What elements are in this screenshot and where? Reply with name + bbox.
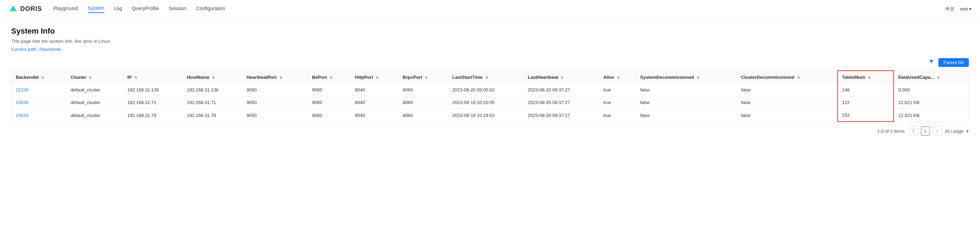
sort-icon-clusterdecommissioned: ⇅	[797, 76, 800, 80]
language-selector[interactable]: 中文	[945, 6, 955, 12]
pagination-info: 1-3 of 3 items	[877, 129, 905, 134]
sort-icon-cluster: ⇅	[89, 76, 92, 80]
cell-alive: true	[599, 109, 636, 122]
cell-cluster: default_cluster	[67, 109, 123, 122]
col-tabletnum[interactable]: TabletNum ⇅	[838, 71, 894, 84]
cell-datausedcapacity: 12.621 KB	[894, 109, 969, 122]
cell-clusterdecommissioned: false	[737, 109, 838, 122]
col-systemdecommissioned[interactable]: SystemDecommissioned ⇅	[636, 71, 737, 84]
cell-cluster: default_cluster	[67, 84, 123, 96]
nav-configuration[interactable]: Configuration	[196, 6, 225, 13]
cell-backendid[interactable]: 23029	[11, 109, 67, 122]
pagination-row: 1-3 of 3 items ‹ 1 › 30 / page ▾	[11, 122, 969, 137]
sort-icon-alive: ⇅	[617, 76, 620, 80]
per-page-dropdown-icon[interactable]: ▾	[966, 129, 969, 134]
cell-heartbeatport: 9050	[242, 109, 308, 122]
col-laststarttime[interactable]: LastStartTime ⇅	[448, 71, 523, 84]
sort-icon-lastheartbeat: ⇅	[561, 76, 563, 80]
logo: DORIS	[8, 4, 42, 14]
cell-lastheartbeat: 2023-08-20 09:37:27	[523, 109, 599, 122]
filter-icon	[929, 59, 934, 64]
table-row: 21228default_cluster192.168.31.136192.16…	[11, 84, 969, 96]
cell-alive: true	[599, 96, 636, 109]
prev-page-button[interactable]: ‹	[909, 126, 918, 136]
cell-laststarttime: 2023-08-20 09:05:02	[448, 84, 523, 96]
sort-icon-tabletnum: ⇅	[868, 76, 870, 80]
col-cluster[interactable]: Cluster ⇅	[67, 71, 123, 84]
sort-icon-brpcport: ⇅	[425, 76, 428, 80]
nav: Playground System Log QueryProfile Sessi…	[53, 5, 945, 13]
next-page-button[interactable]: ›	[933, 126, 942, 136]
cell-clusterdecommissioned: false	[737, 84, 838, 96]
table-row: 23030default_cluster192.168.31.71192.168…	[11, 96, 969, 109]
cell-datausedcapacity: 0.000	[894, 84, 969, 96]
cell-laststarttime: 2023-08-19 10:19:53	[448, 109, 523, 122]
per-page-label: 30 / page	[945, 129, 964, 134]
cell-hostname: 192.168.31.78	[183, 109, 242, 122]
parent-dir-button[interactable]: Parent Dir	[939, 58, 969, 67]
cell-laststarttime: 2023-08-19 10:20:05	[448, 96, 523, 109]
sort-icon-datausedcapacity: ⇅	[937, 76, 940, 80]
cell-tabletnum: 122	[838, 96, 894, 109]
cell-hostname: 192.168.31.136	[183, 84, 242, 96]
cell-backendid[interactable]: 23030	[11, 96, 67, 109]
cell-ip: 192.168.31.71	[123, 96, 183, 109]
sort-icon-ip: ⇅	[134, 76, 137, 80]
sort-icon-beport: ⇅	[329, 76, 332, 80]
cell-lastheartbeat: 2023-08-20 09:37:27	[523, 84, 599, 96]
header: DORIS Playground System Log QueryProfile…	[0, 0, 980, 18]
table-row: 23029default_cluster192.168.31.78192.168…	[11, 109, 969, 122]
cell-beport: 9060	[308, 96, 351, 109]
table-header-row: BackendId ⇅ Cluster ⇅ IP ⇅ HostName ⇅ He…	[11, 71, 969, 84]
current-path[interactable]: Current path: //backends	[11, 46, 969, 52]
col-brpcport[interactable]: BrpcPort ⇅	[398, 71, 448, 84]
sort-icon-laststarttime: ⇅	[485, 76, 488, 80]
cell-backendid[interactable]: 21228	[11, 84, 67, 96]
nav-session[interactable]: Session	[169, 6, 186, 13]
cell-lastheartbeat: 2023-08-20 09:37:27	[523, 96, 599, 109]
cell-alive: true	[599, 84, 636, 96]
data-table: BackendId ⇅ Cluster ⇅ IP ⇅ HostName ⇅ He…	[11, 70, 969, 122]
col-lastheartbeat[interactable]: LastHeartbeat ⇅	[523, 71, 599, 84]
col-datausedcapacity[interactable]: DataUsedCapa... ⇅	[894, 71, 969, 84]
user-dropdown[interactable]: root ▾	[960, 6, 972, 11]
header-right: 中文 root ▾	[945, 6, 972, 12]
data-table-wrapper: BackendId ⇅ Cluster ⇅ IP ⇅ HostName ⇅ He…	[11, 70, 969, 122]
nav-playground[interactable]: Playground	[53, 6, 78, 13]
sort-icon-backendid: ⇅	[41, 76, 44, 80]
sort-icon-hostname: ⇅	[212, 76, 215, 80]
col-heartbeatport[interactable]: HeartbeatPort ⇅	[242, 71, 308, 84]
logo-text: DORIS	[20, 5, 42, 13]
cell-httpport: 8040	[351, 109, 399, 122]
page-subtitle: This page lists the system info, like /p…	[11, 38, 969, 44]
col-hostname[interactable]: HostName ⇅	[183, 71, 242, 84]
cell-beport: 9060	[308, 84, 351, 96]
nav-log[interactable]: Log	[114, 6, 122, 13]
nav-system[interactable]: System	[88, 5, 104, 13]
cell-heartbeatport: 9050	[242, 96, 308, 109]
toolbar-row: Parent Dir	[11, 58, 969, 67]
cell-datausedcapacity: 12.621 KB	[894, 96, 969, 109]
page-title: System Info	[11, 27, 969, 36]
cell-brpcport: 8060	[398, 109, 448, 122]
cell-cluster: default_cluster	[67, 96, 123, 109]
cell-beport: 9060	[308, 109, 351, 122]
cell-systemdecommissioned: false	[636, 96, 737, 109]
nav-queryprofile[interactable]: QueryProfile	[132, 6, 159, 13]
col-httpport[interactable]: HttpPort ⇅	[351, 71, 399, 84]
cell-ip: 192.168.31.78	[123, 109, 183, 122]
sort-icon-httpport: ⇅	[375, 76, 379, 80]
col-clusterdecommissioned[interactable]: ClusterDecommissioned ⇅	[737, 71, 838, 84]
cell-tabletnum: 148	[838, 84, 894, 96]
col-beport[interactable]: BePort ⇅	[308, 71, 351, 84]
current-page-box[interactable]: 1	[921, 126, 930, 136]
cell-ip: 192.168.31.136	[123, 84, 183, 96]
sort-icon-heartbeatport: ⇅	[280, 76, 282, 80]
sort-icon-systemdecommissioned: ⇅	[697, 76, 700, 80]
cell-brpcport: 8060	[398, 84, 448, 96]
col-backendid[interactable]: BackendId ⇅	[11, 71, 67, 84]
col-ip[interactable]: IP ⇅	[123, 71, 183, 84]
cell-brpcport: 8060	[398, 96, 448, 109]
col-alive[interactable]: Alive ⇅	[599, 71, 636, 84]
filter-button[interactable]	[927, 58, 935, 67]
